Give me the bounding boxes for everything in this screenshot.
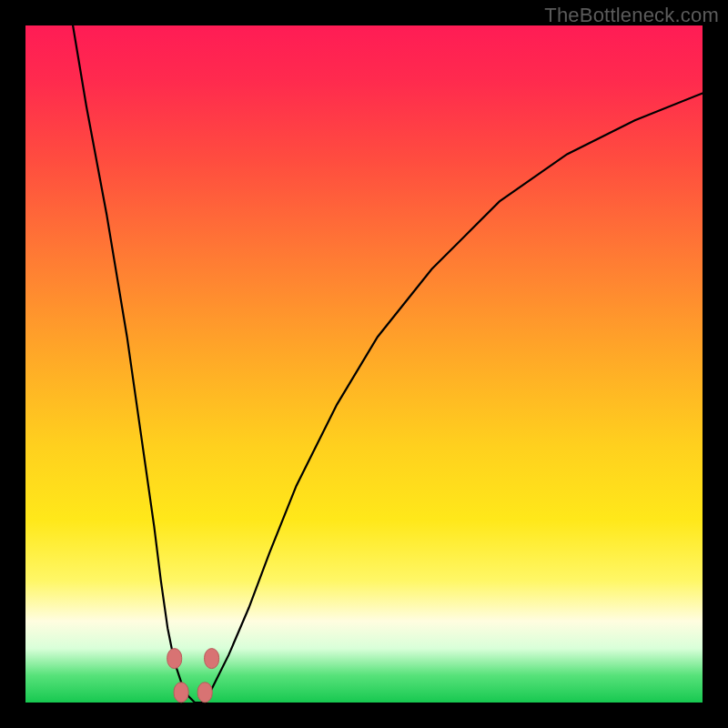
watermark-label: TheBottleneck.com (544, 4, 719, 27)
curve-layer (25, 25, 703, 703)
curve-markers (167, 649, 219, 703)
plot-area (25, 25, 703, 703)
curve-marker (205, 649, 219, 669)
chart-frame: TheBottleneck.com (0, 0, 728, 728)
bottleneck-curve (73, 25, 703, 703)
curve-marker (174, 682, 188, 703)
curve-marker (197, 682, 212, 703)
curve-marker (167, 649, 182, 669)
